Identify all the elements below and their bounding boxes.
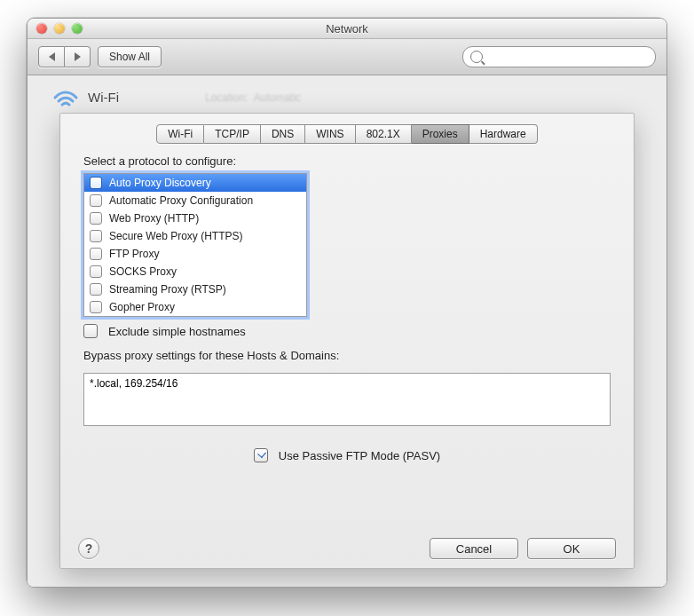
wifi-icon bbox=[52, 86, 79, 107]
search-field[interactable] bbox=[462, 46, 656, 67]
tab-wifi[interactable]: Wi-Fi bbox=[156, 124, 204, 144]
back-button[interactable] bbox=[38, 46, 65, 67]
tab-proxies[interactable]: Proxies bbox=[412, 124, 469, 144]
tab-wins[interactable]: WINS bbox=[305, 124, 355, 144]
search-icon bbox=[470, 51, 483, 63]
protocol-item[interactable]: Gopher Proxy bbox=[84, 298, 306, 316]
chevron-right-icon bbox=[75, 52, 81, 61]
protocol-label: Automatic Proxy Configuration bbox=[109, 194, 253, 207]
protocol-checkbox[interactable] bbox=[90, 177, 102, 189]
preferences-window: Network Show All Location: Automatic Sta… bbox=[27, 18, 667, 588]
protocol-label: Secure Web Proxy (HTTPS) bbox=[109, 230, 242, 242]
advanced-sheet: Wi-FiTCP/IPDNSWINS802.1XProxiesHardware … bbox=[59, 113, 635, 569]
exclude-simple-checkbox[interactable] bbox=[83, 324, 98, 338]
bypass-textarea[interactable] bbox=[83, 373, 611, 426]
window-titlebar[interactable]: Network bbox=[28, 19, 666, 39]
protocol-checkbox[interactable] bbox=[90, 283, 102, 296]
protocol-list[interactable]: Auto Proxy DiscoveryAutomatic Proxy Conf… bbox=[83, 173, 307, 317]
protocol-label: Web Proxy (HTTP) bbox=[109, 212, 199, 225]
tab-dns[interactable]: DNS bbox=[261, 124, 305, 144]
ok-button[interactable]: OK bbox=[527, 538, 616, 559]
protocol-item[interactable]: Automatic Proxy Configuration bbox=[84, 192, 306, 209]
select-protocol-label: Select a protocol to configure: bbox=[83, 154, 611, 168]
pasv-checkbox[interactable] bbox=[254, 448, 268, 462]
protocol-item[interactable]: Web Proxy (HTTP) bbox=[84, 209, 306, 227]
protocol-label: Streaming Proxy (RTSP) bbox=[109, 283, 226, 296]
chevron-left-icon bbox=[49, 52, 55, 61]
protocol-checkbox[interactable] bbox=[90, 212, 102, 225]
protocol-item[interactable]: SOCKS Proxy bbox=[84, 263, 306, 280]
protocol-item[interactable]: Auto Proxy Discovery bbox=[84, 174, 306, 192]
search-input[interactable] bbox=[486, 50, 648, 64]
protocol-item[interactable]: Streaming Proxy (RTSP) bbox=[84, 280, 306, 298]
protocol-label: FTP Proxy bbox=[109, 248, 159, 260]
protocol-checkbox[interactable] bbox=[90, 265, 102, 278]
toolbar: Show All bbox=[28, 39, 666, 75]
protocol-checkbox[interactable] bbox=[90, 248, 102, 260]
protocol-checkbox[interactable] bbox=[90, 230, 102, 242]
exclude-simple-row[interactable]: Exclude simple hostnames bbox=[83, 324, 611, 338]
pane-title: Wi-Fi bbox=[88, 90, 119, 105]
bypass-label: Bypass proxy settings for these Hosts & … bbox=[83, 349, 611, 362]
cancel-button[interactable]: Cancel bbox=[430, 538, 518, 559]
help-button[interactable]: ? bbox=[78, 538, 99, 559]
protocol-label: Auto Proxy Discovery bbox=[109, 177, 211, 189]
protocol-label: SOCKS Proxy bbox=[109, 265, 177, 278]
protocol-label: Gopher Proxy bbox=[109, 301, 175, 313]
pasv-label: Use Passive FTP Mode (PASV) bbox=[279, 449, 440, 462]
tab-row: Wi-FiTCP/IPDNSWINS802.1XProxiesHardware bbox=[156, 124, 537, 144]
protocol-item[interactable]: Secure Web Proxy (HTTPS) bbox=[84, 227, 306, 245]
protocol-checkbox[interactable] bbox=[90, 194, 102, 207]
protocol-checkbox[interactable] bbox=[90, 301, 102, 313]
tab-tcpip[interactable]: TCP/IP bbox=[204, 124, 261, 144]
tab-hardware[interactable]: Hardware bbox=[469, 124, 538, 144]
show-all-button[interactable]: Show All bbox=[98, 46, 162, 67]
forward-button[interactable] bbox=[65, 46, 91, 67]
protocol-item[interactable]: FTP Proxy bbox=[84, 245, 306, 263]
tab-8021x[interactable]: 802.1X bbox=[356, 124, 412, 144]
exclude-simple-label: Exclude simple hostnames bbox=[108, 325, 246, 338]
window-title: Network bbox=[28, 22, 666, 36]
pasv-row[interactable]: Use Passive FTP Mode (PASV) bbox=[254, 448, 440, 462]
